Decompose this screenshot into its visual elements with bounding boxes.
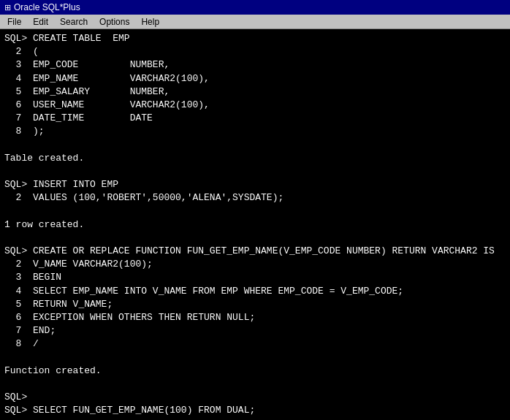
title-bar: ⊞ Oracle SQL*Plus <box>0 0 510 15</box>
menu-item-file[interactable]: File <box>1 15 27 28</box>
menu-item-options[interactable]: Options <box>94 15 135 28</box>
menu-item-help[interactable]: Help <box>135 15 165 28</box>
app-icon: ⊞ <box>4 3 11 12</box>
terminal-output[interactable]: SQL> CREATE TABLE EMP 2 ( 3 EMP_CODE NUM… <box>0 29 510 420</box>
menu-item-search[interactable]: Search <box>54 15 94 28</box>
menu-item-edit[interactable]: Edit <box>27 15 54 28</box>
title-bar-text: Oracle SQL*Plus <box>14 2 80 12</box>
menu-bar: File Edit Search Options Help <box>0 15 510 29</box>
